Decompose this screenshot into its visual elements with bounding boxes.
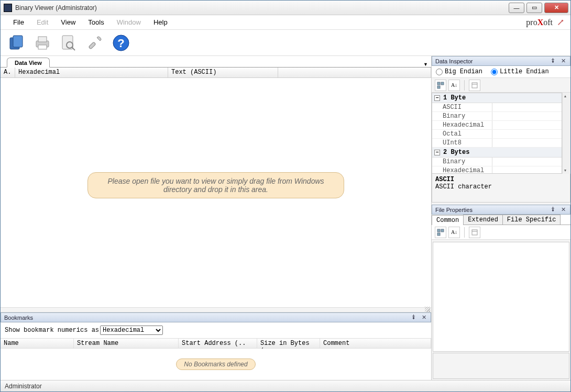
- radio-big-endian[interactable]: Big Endian: [436, 68, 482, 75]
- left-column: Data View ▼ A. Hexadecimal Text (ASCII) …: [1, 56, 432, 380]
- col-text-ascii[interactable]: Text (ASCII): [168, 68, 278, 77]
- fileprops-toolbar: A↓: [432, 225, 570, 240]
- pin-icon[interactable]: [411, 314, 418, 321]
- fileprops-description: [433, 353, 569, 379]
- toolbar: ?: [1, 30, 570, 56]
- search-button[interactable]: [58, 32, 79, 53]
- inspector-description: ASCII ASCII character: [432, 174, 570, 203]
- svg-rect-20: [437, 233, 440, 236]
- pg-cat-2bytes[interactable]: −2 Bytes: [432, 148, 562, 158]
- print-button[interactable]: [32, 32, 53, 53]
- svg-rect-16: [472, 83, 477, 88]
- close-panel-icon[interactable]: ✕: [559, 206, 567, 214]
- settings-button[interactable]: [84, 32, 105, 53]
- window-controls: — ▭ ✕: [509, 3, 570, 13]
- bm-col-stream[interactable]: Stream Name: [74, 339, 179, 348]
- property-pages-icon[interactable]: [469, 227, 480, 238]
- alphabetical-icon[interactable]: A↓: [448, 80, 460, 91]
- bookmark-numerics-label: Show bookmark numerics as: [5, 327, 99, 334]
- tab-extended[interactable]: Extended: [463, 215, 503, 225]
- bm-col-start[interactable]: Start Address (..: [179, 339, 257, 348]
- pg-row: Binary: [432, 112, 562, 121]
- svg-rect-13: [437, 82, 440, 85]
- tab-data-view[interactable]: Data View: [7, 58, 50, 68]
- col-spacer: [278, 68, 431, 77]
- collapse-icon[interactable]: −: [434, 150, 440, 155]
- pg-row: Hexadecimal: [432, 166, 562, 174]
- menubar: File Edit View Tools Window Help proXoft: [1, 15, 570, 30]
- svg-rect-3: [13, 36, 23, 47]
- pg-row: Octal: [432, 130, 562, 139]
- help-button[interactable]: ?: [111, 32, 131, 53]
- col-hexadecimal[interactable]: Hexadecimal: [15, 68, 168, 77]
- svg-rect-6: [38, 45, 47, 49]
- svg-rect-19: [441, 229, 444, 232]
- dataview-tabstrip: Data View ▼: [1, 56, 431, 68]
- window-title: Binary Viewer (Administrator): [15, 4, 509, 12]
- tab-file-specific[interactable]: File Specific: [502, 215, 561, 225]
- pg-row: UInt8: [432, 139, 562, 148]
- inspector-grid[interactable]: −1 Byte ASCII Binary Hexadecimal Octal U…: [432, 93, 562, 174]
- svg-rect-21: [472, 230, 477, 235]
- col-address[interactable]: A.: [1, 68, 15, 77]
- splitter-h1[interactable]: [1, 307, 431, 312]
- menu-tools[interactable]: Tools: [82, 16, 110, 28]
- menu-edit: Edit: [30, 16, 54, 28]
- close-panel-icon[interactable]: ✕: [420, 314, 427, 321]
- desc-name: ASCII: [435, 176, 567, 183]
- titlebar: Binary Viewer (Administrator) — ▭ ✕: [1, 1, 570, 15]
- status-text: Administrator: [5, 383, 42, 390]
- collapse-icon[interactable]: −: [434, 95, 440, 101]
- svg-rect-18: [437, 229, 440, 232]
- inspector-header: Data Inspector ✕: [432, 56, 570, 66]
- endian-row: Big Endian Little Endian: [432, 66, 570, 78]
- bookmarks-title: Bookmarks: [4, 315, 409, 321]
- bm-col-comment[interactable]: Comment: [320, 339, 431, 348]
- tabstrip-dropdown-icon[interactable]: ▼: [423, 62, 428, 67]
- right-column: Data Inspector ✕ Big Endian Little Endia…: [432, 56, 570, 380]
- maximize-button[interactable]: ▭: [526, 3, 542, 13]
- alphabetical-icon[interactable]: A↓: [448, 227, 460, 238]
- app-icon: [4, 4, 12, 12]
- bookmarks-header: Bookmarks ✕: [1, 312, 431, 322]
- pg-row: Hexadecimal: [432, 121, 562, 130]
- brand-logo: proXoft: [526, 18, 553, 27]
- bookmarks-panel: Bookmarks ✕ Show bookmark numerics as He…: [1, 312, 431, 380]
- fileprops-tabs: Common Extended File Specific: [432, 215, 570, 225]
- close-panel-icon[interactable]: ✕: [559, 58, 567, 65]
- main-area: Data View ▼ A. Hexadecimal Text (ASCII) …: [1, 56, 570, 380]
- open-file-button[interactable]: [6, 32, 27, 53]
- inspector-toolbar: A↓: [432, 78, 570, 93]
- pg-cat-1byte[interactable]: −1 Byte: [432, 93, 562, 103]
- bm-col-name[interactable]: Name: [1, 339, 74, 348]
- desc-text: ASCII character: [435, 183, 567, 191]
- dataview-headers: A. Hexadecimal Text (ASCII): [1, 68, 431, 78]
- menu-view[interactable]: View: [54, 16, 82, 28]
- menu-help[interactable]: Help: [147, 16, 174, 28]
- separator: [464, 80, 465, 91]
- fileprops-grid[interactable]: [433, 242, 569, 352]
- bm-col-size[interactable]: Size in Bytes (..: [257, 339, 320, 348]
- fileprops-panel: Common Extended File Specific A↓: [432, 215, 570, 380]
- svg-point-1: [562, 19, 564, 21]
- dataview-body[interactable]: Please open file you want to view or sim…: [1, 78, 431, 307]
- categorized-icon[interactable]: [435, 80, 446, 91]
- statusbar: Administrator: [1, 380, 570, 391]
- pin-icon[interactable]: [550, 58, 557, 65]
- wand-icon: [557, 19, 564, 26]
- close-button[interactable]: ✕: [544, 3, 568, 13]
- svg-rect-10: [89, 41, 96, 49]
- tab-common[interactable]: Common: [432, 215, 464, 225]
- property-pages-icon[interactable]: [469, 80, 480, 91]
- radio-little-endian[interactable]: Little Endian: [491, 68, 549, 75]
- menu-file[interactable]: File: [7, 16, 30, 28]
- scrollbar[interactable]: [562, 93, 570, 174]
- inspector-title: Data Inspector: [435, 58, 548, 64]
- categorized-icon[interactable]: [435, 227, 446, 238]
- svg-rect-15: [437, 86, 440, 88]
- pg-row: Binary: [432, 158, 562, 166]
- bookmark-numerics-select[interactable]: Hexadecimal: [100, 326, 163, 335]
- drop-hint: Please open file you want to view or sim…: [87, 172, 344, 198]
- minimize-button[interactable]: —: [509, 3, 524, 13]
- pin-icon[interactable]: [550, 206, 557, 214]
